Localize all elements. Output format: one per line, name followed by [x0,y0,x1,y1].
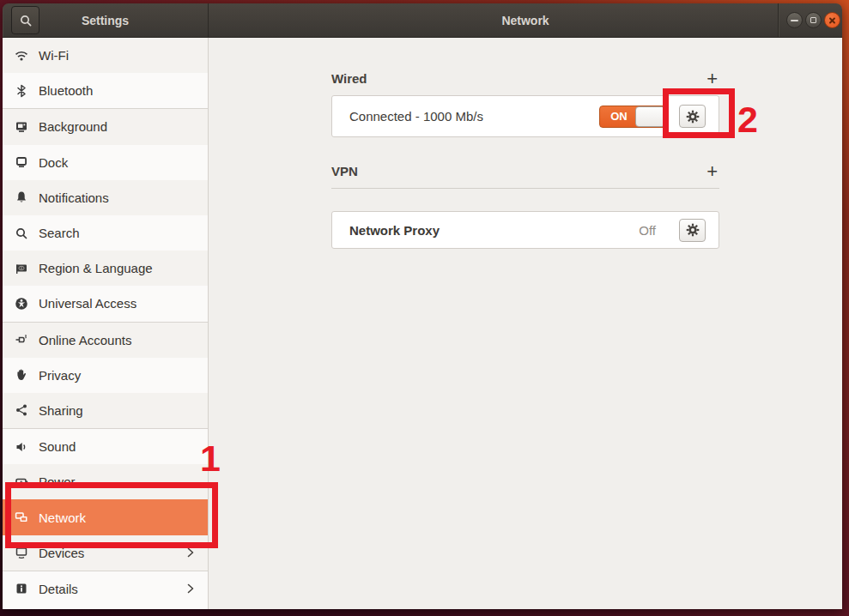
search-button[interactable] [11,6,39,34]
sidebar-item-online-accounts[interactable]: Online Accounts [3,323,208,358]
close-button[interactable] [824,12,840,28]
universal-access-icon [15,297,28,311]
details-icon [15,582,28,595]
sidebar-item-label: Privacy [39,368,81,383]
sidebar-item-network[interactable]: Network [3,499,208,534]
sidebar-item-dock[interactable]: Dock [3,145,208,180]
settings-sidebar: Wi-Fi Bluetooth Background Dock No [3,38,209,609]
add-wired-connection-button[interactable]: + [705,73,719,85]
chevron-right-icon [184,546,197,559]
sidebar-item-label: Universal Access [39,296,136,311]
sidebar-item-sharing[interactable]: Sharing [3,393,208,428]
sidebar-item-bluetooth[interactable]: Bluetooth [3,73,208,108]
sidebar-item-universal-access[interactable]: Universal Access [3,286,208,321]
sidebar-item-region-language[interactable]: Region & Language [3,251,208,286]
desktop-background: Settings Network Wi-Fi [0,0,849,616]
sidebar-item-label: Notifications [39,190,109,205]
gear-icon [686,223,700,237]
network-proxy-gear-button[interactable] [679,219,706,242]
page-title: Network [501,14,549,27]
wired-section-heading: Wired [331,71,367,86]
sidebar-item-label: Search [39,226,80,240]
search-icon [19,14,33,27]
network-proxy-row: Network Proxy Off [331,211,719,249]
network-proxy-label: Network Proxy [349,223,639,238]
wired-status-label: Connected - 1000 Mb/s [349,109,599,124]
sidebar-item-power[interactable]: Power [3,464,208,499]
wired-connection-row: Connected - 1000 Mb/s ON [331,95,719,137]
maximize-icon [810,17,816,23]
minimize-button[interactable] [786,12,803,28]
add-vpn-button[interactable]: + [705,166,719,178]
network-panel: Wired + Connected - 1000 Mb/s ON [209,38,842,609]
maximize-button[interactable] [805,12,822,28]
settings-window: Settings Network Wi-Fi [3,3,842,609]
sidebar-item-label: Dock [39,155,68,170]
header-content-section: Network [209,3,842,37]
vpn-separator [331,188,719,189]
app-title: Settings [82,14,129,27]
sidebar-item-label: Power [39,474,76,489]
header-sidebar-section: Settings [3,3,209,37]
switch-knob[interactable] [635,106,665,127]
sidebar-item-label: Devices [39,546,84,560]
privacy-icon [15,368,28,382]
wired-settings-gear-button[interactable] [679,105,706,128]
sidebar-item-devices[interactable]: Devices [3,535,208,571]
sharing-icon [15,403,28,417]
sidebar-item-label: Sound [39,439,76,454]
sidebar-item-privacy[interactable]: Privacy [3,358,208,393]
network-icon [15,510,28,524]
sidebar-item-label: Details [39,582,78,596]
power-icon [15,475,28,489]
gear-icon [686,110,700,124]
search-icon [15,226,28,240]
sidebar-item-notifications[interactable]: Notifications [3,180,208,215]
sidebar-item-background[interactable]: Background [3,109,208,144]
switch-on-label: ON [600,106,638,127]
minimize-icon [791,20,798,21]
sidebar-item-label: Online Accounts [39,333,131,347]
dock-icon [15,155,28,169]
chevron-right-icon [184,582,197,595]
network-proxy-status: Off [639,223,656,238]
sound-icon [15,440,28,454]
sidebar-item-details[interactable]: Details [3,571,208,607]
sidebar-item-sound[interactable]: Sound [3,429,208,464]
wifi-icon [15,49,28,63]
wired-toggle-switch[interactable]: ON [599,106,666,128]
sidebar-item-label: Wi-Fi [39,48,69,63]
sidebar-item-label: Bluetooth [39,83,93,98]
vpn-section-heading: VPN [331,164,358,178]
bluetooth-icon [15,84,28,98]
sidebar-item-label: Network [39,510,86,525]
window-controls [778,3,840,37]
sidebar-item-label: Sharing [39,403,83,418]
sidebar-item-wifi[interactable]: Wi-Fi [3,38,208,73]
sidebar-item-search[interactable]: Search [3,215,208,251]
sidebar-item-label: Background [39,119,107,134]
header-bar: Settings Network [3,3,842,38]
background-icon [15,120,28,134]
online-accounts-icon [15,333,28,347]
devices-icon [15,546,28,559]
sidebar-item-label: Region & Language [39,261,153,275]
notifications-icon [15,190,28,204]
region-language-icon [15,262,28,275]
